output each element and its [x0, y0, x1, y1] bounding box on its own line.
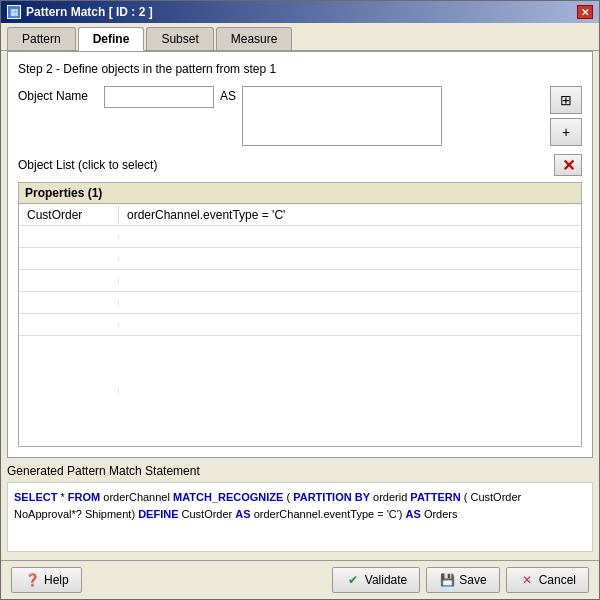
sql-condition: orderChannel.eventType = 'C'): [254, 508, 406, 520]
action-buttons: ⊞ +: [550, 86, 582, 146]
tab-measure[interactable]: Measure: [216, 27, 293, 50]
save-label: Save: [459, 573, 486, 587]
save-icon: 💾: [439, 572, 455, 588]
help-label: Help: [44, 573, 69, 587]
validate-button[interactable]: ✔ Validate: [332, 567, 420, 593]
title-bar: ▦ Pattern Match [ ID : 2 ] ✕: [1, 1, 599, 23]
table-row[interactable]: [19, 314, 581, 336]
sql-match: MATCH_RECOGNIZE: [173, 491, 283, 503]
generated-label: Generated Pattern Match Statement: [7, 464, 593, 478]
object-list-row: Object List (click to select) ✕: [18, 154, 582, 176]
title-bar-left: ▦ Pattern Match [ ID : 2 ]: [7, 5, 153, 19]
step-label: Step 2 - Define objects in the pattern f…: [18, 62, 582, 76]
plus-icon: +: [562, 124, 570, 140]
table-row[interactable]: [19, 336, 581, 446]
tab-pattern[interactable]: Pattern: [7, 27, 76, 50]
save-button[interactable]: 💾 Save: [426, 567, 499, 593]
object-name-label: Object Name: [18, 86, 98, 103]
table-row[interactable]: [19, 292, 581, 314]
sql-from: FROM: [68, 491, 100, 503]
table-row[interactable]: CustOrder orderChannel.eventType = 'C': [19, 204, 581, 226]
footer-left: ❓ Help: [11, 567, 82, 593]
sql-custorder: CustOrder: [182, 508, 236, 520]
footer-right: ✔ Validate 💾 Save ✕ Cancel: [332, 567, 589, 593]
property-value: [119, 257, 581, 261]
help-button[interactable]: ❓ Help: [11, 567, 82, 593]
sql-star: *: [60, 491, 67, 503]
property-value: [119, 389, 581, 393]
table-icon-button[interactable]: ⊞: [550, 86, 582, 114]
property-value: [119, 301, 581, 305]
sql-pattern: PATTERN: [410, 491, 460, 503]
properties-header: Properties (1): [19, 183, 581, 204]
add-button[interactable]: +: [550, 118, 582, 146]
window-title: Pattern Match [ ID : 2 ]: [26, 5, 153, 19]
main-window: ▦ Pattern Match [ ID : 2 ] ✕ Pattern Def…: [0, 0, 600, 600]
table-row[interactable]: [19, 248, 581, 270]
footer: ❓ Help ✔ Validate 💾 Save ✕ Cancel: [1, 560, 599, 599]
as-textarea[interactable]: [242, 86, 442, 146]
tab-bar: Pattern Define Subset Measure: [1, 23, 599, 51]
property-value: orderChannel.eventType = 'C': [119, 206, 581, 224]
cancel-button[interactable]: ✕ Cancel: [506, 567, 589, 593]
delete-icon: ✕: [562, 156, 575, 175]
sql-orderid: orderid: [373, 491, 410, 503]
property-name: [19, 235, 119, 239]
property-value: [119, 323, 581, 327]
validate-label: Validate: [365, 573, 407, 587]
object-list-label: Object List (click to select): [18, 158, 157, 172]
generated-section: Generated Pattern Match Statement SELECT…: [1, 464, 599, 552]
sql-select: SELECT: [14, 491, 57, 503]
properties-table: Properties (1) CustOrder orderChannel.ev…: [18, 182, 582, 447]
sql-table: orderChannel: [103, 491, 173, 503]
close-button[interactable]: ✕: [577, 5, 593, 19]
property-name: [19, 279, 119, 283]
window-icon: ▦: [7, 5, 21, 19]
sql-orders: Orders: [424, 508, 458, 520]
sql-as2: AS: [406, 508, 421, 520]
table-icon: ⊞: [560, 92, 572, 108]
as-label: AS: [220, 86, 236, 103]
sql-partition: PARTITION BY: [293, 491, 370, 503]
property-name: [19, 257, 119, 261]
table-row[interactable]: [19, 226, 581, 248]
main-content: Step 2 - Define objects in the pattern f…: [1, 51, 599, 560]
sql-define: DEFINE: [138, 508, 178, 520]
property-name: [19, 389, 119, 393]
property-name: [19, 301, 119, 305]
table-row[interactable]: [19, 270, 581, 292]
property-value: [119, 279, 581, 283]
property-name: [19, 323, 119, 327]
sql-area: SELECT * FROM orderChannel MATCH_RECOGNI…: [7, 482, 593, 552]
content-area: Step 2 - Define objects in the pattern f…: [7, 51, 593, 458]
cancel-icon: ✕: [519, 572, 535, 588]
property-name: CustOrder: [19, 206, 119, 224]
validate-icon: ✔: [345, 572, 361, 588]
tab-define[interactable]: Define: [78, 27, 145, 51]
object-name-input[interactable]: [104, 86, 214, 108]
cancel-label: Cancel: [539, 573, 576, 587]
delete-button[interactable]: ✕: [554, 154, 582, 176]
property-value: [119, 235, 581, 239]
help-icon: ❓: [24, 572, 40, 588]
sql-as1: AS: [235, 508, 250, 520]
form-row: Object Name AS ⊞ +: [18, 86, 582, 146]
tab-subset[interactable]: Subset: [146, 27, 213, 50]
